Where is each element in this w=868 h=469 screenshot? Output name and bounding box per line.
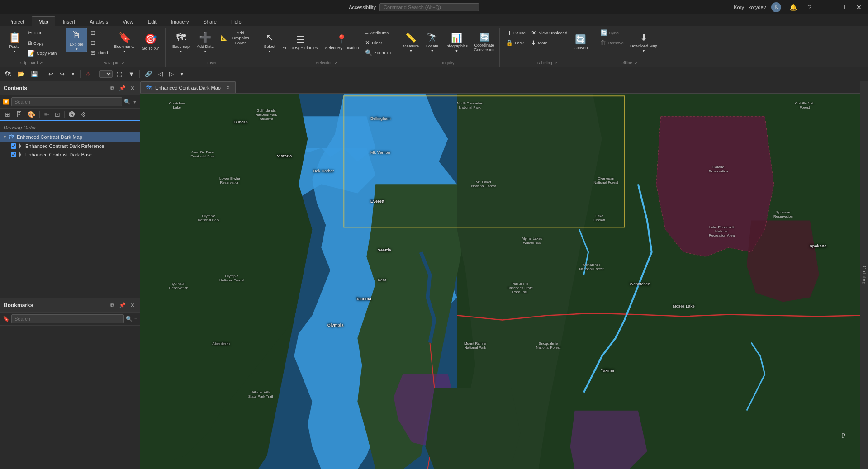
select-by-loc-btn[interactable]: 📍 Select By Location [322,28,362,56]
tab-insert[interactable]: Insert [56,16,82,26]
tab-share[interactable]: Share [197,16,223,26]
ct-database-btn[interactable]: 🗄 [14,110,24,118]
toolbar-redo-btn[interactable]: ↪ [57,69,67,79]
tab-help[interactable]: Help [224,16,248,26]
bookmarks-menu-icon[interactable]: ≡ [134,317,137,322]
contents-search-bar: 🔽 🔍 ▼ [0,95,140,109]
ct-edit-btn[interactable]: ✏ [43,110,51,118]
infographics-btn[interactable]: 📊 Infographics ▼ [442,28,471,56]
explore-label: Explore [70,42,84,47]
tab-map[interactable]: Map [32,16,55,26]
attributes-icon: ≡ [365,29,369,36]
map-tab-close[interactable]: ✕ [226,85,230,90]
toolbar-layout-select[interactable] [99,70,113,78]
bookmarks-search-input[interactable] [11,314,124,323]
labeling-expand[interactable]: ↗ [554,61,558,65]
convert-btn[interactable]: 🔄 Convert [570,28,591,56]
lock-btn[interactable]: 🔒Lock [503,38,528,47]
pause-btn[interactable]: ⏸Pause [503,28,528,38]
zoom-to-btn[interactable]: 🔍Zoom To [363,48,393,57]
toolbar-new-btn[interactable]: 🗺 [3,69,13,79]
command-search-input[interactable] [379,3,479,11]
tab-edit[interactable]: Edit [141,16,163,26]
measure-btn[interactable]: 📏 Measure ▼ [400,28,422,56]
notification-btn[interactable]: 🔔 [787,3,800,12]
map-canvas[interactable]: P CowichanLake Duncan Gulf IslandsNation… [140,94,860,469]
toolbar-prev-btn[interactable]: ◁ [156,69,165,79]
navigate-expand[interactable]: ↗ [121,61,125,65]
contents-pin-btn[interactable]: 📌 [118,85,127,92]
search-dropdown-icon[interactable]: ▼ [133,99,137,104]
coord-conversion-btn[interactable]: 🔄 Coordinate Conversion [472,28,497,56]
clear-btn[interactable]: ✕Clear [363,38,393,47]
copy-path-btn[interactable]: 📝Copy Path [25,48,59,58]
zoom-in-btn[interactable]: ⊞ [88,28,110,38]
selection-expand[interactable]: ↗ [334,61,338,65]
tab-view[interactable]: View [116,16,140,26]
select-by-attr-btn[interactable]: ☰ Select By Attributes [280,28,321,56]
zoom-out-btn[interactable]: ⊟ [88,38,110,47]
go-to-xy-btn[interactable]: 🎯 Go To XY [139,28,162,56]
ct-layer-view-btn[interactable]: ⊞ [4,110,12,118]
more-icon: ⬇ [531,39,536,46]
bookmarks-search-icon[interactable]: 🔍 [126,316,133,322]
map-tab-enhanced-contrast[interactable]: 🗺 Enhanced Contrast Dark Map ✕ [140,81,236,93]
toolbar-next-btn[interactable]: ▷ [167,69,176,79]
search-icon[interactable]: 🔍 [124,99,131,105]
select-btn[interactable]: ↖ Select ▼ [261,28,279,56]
offline-expand[interactable]: ↗ [634,61,638,65]
contents-close-btn[interactable]: ✕ [129,85,136,92]
attributes-btn[interactable]: ≡Attributes [363,28,393,38]
ct-snapping-btn[interactable]: ⚙ [79,110,88,118]
clipboard-expand[interactable]: ↗ [39,61,43,65]
toolbar-layout-btn[interactable]: ⬚ [114,69,124,79]
more-btn[interactable]: ⬇More [529,38,569,47]
ct-symbology-btn[interactable]: 🎨 [26,110,37,118]
locate-btn[interactable]: 🔭 Locate ▼ [423,28,441,56]
sync-btn[interactable]: 🔄Sync [598,28,626,38]
view-unplaced-btn[interactable]: 👁View Unplaced [529,28,569,38]
contents-float-btn[interactable]: ⧉ [109,85,116,92]
toolbar-nav-dropdown-btn[interactable]: ▼ [178,71,186,78]
add-data-btn[interactable]: ➕ Add Data ▼ [194,28,217,56]
bookmarks-float-btn[interactable]: ⧉ [109,302,116,309]
download-map-btn[interactable]: ⬇ Download Map ▼ [627,28,660,56]
layer-base-checkbox[interactable] [11,152,16,157]
ct-labels-btn[interactable]: ⊡ [53,110,62,118]
toolbar-save-btn[interactable]: 💾 [28,69,40,79]
help-btn[interactable]: ? [805,3,814,12]
layer-group-enhanced-contrast[interactable]: ▼ 🗺 Enhanced Contrast Dark Map [0,132,140,142]
cut-btn[interactable]: ✂Cut [25,28,59,38]
fixed-zoom-btn[interactable]: ⊞Fixed [88,48,110,57]
bookmarks-pin-btn[interactable]: 📌 [118,302,127,309]
minimize-btn[interactable]: — [820,3,831,12]
contents-pane-header: Contents ⧉ 📌 ✕ [0,81,140,95]
toolbar-undo-btn[interactable]: ↩ [46,69,56,79]
catalog-tab[interactable]: Catalog [860,81,868,469]
copy-btn[interactable]: ⧉Copy [25,38,59,48]
layer-item-reference[interactable]: ⧫ Enhanced Contrast Dark Reference [0,142,140,150]
paste-btn[interactable]: 📋 Paste ▼ [5,28,24,56]
bookmarks-btn[interactable]: 🔖 Bookmarks ▼ [111,28,138,56]
toolbar-open-btn[interactable]: 📂 [15,69,27,79]
ct-charts-btn[interactable]: 🅐 [67,110,76,118]
close-btn[interactable]: ✕ [854,3,864,12]
layer-item-base[interactable]: ⧫ Enhanced Contrast Dark Base [0,150,140,159]
toolbar-undo-list-btn[interactable]: ▼ [69,71,77,78]
toolbar-grid-btn[interactable]: ▼ [126,69,137,79]
explore-btn[interactable]: 🖱 Explore ▼ [66,28,87,52]
contents-search-input[interactable] [11,97,122,106]
remove-btn[interactable]: 🗑Remove [598,38,626,47]
toolbar-snap-btn[interactable]: 🔗 [142,69,154,79]
tab-analysis[interactable]: Analysis [83,16,115,26]
add-graphics-layer-btn[interactable]: 📐 Add Graphics Layer [218,28,254,47]
tab-imagery[interactable]: Imagery [164,16,196,26]
layer-reference-checkbox[interactable] [11,143,16,149]
toolbar-alert-btn[interactable]: ⚠ [83,69,93,79]
maximize-btn[interactable]: ❐ [837,3,848,12]
contents-toolbar: ⊞ 🗄 🎨 ✏ ⊡ 🅐 ⚙ [0,109,140,121]
basemap-btn[interactable]: 🗺 Basemap ▼ [169,28,193,56]
bookmarks-close-btn[interactable]: ✕ [129,302,136,309]
svg-text:P: P [842,432,845,439]
tab-project[interactable]: Project [2,16,31,26]
